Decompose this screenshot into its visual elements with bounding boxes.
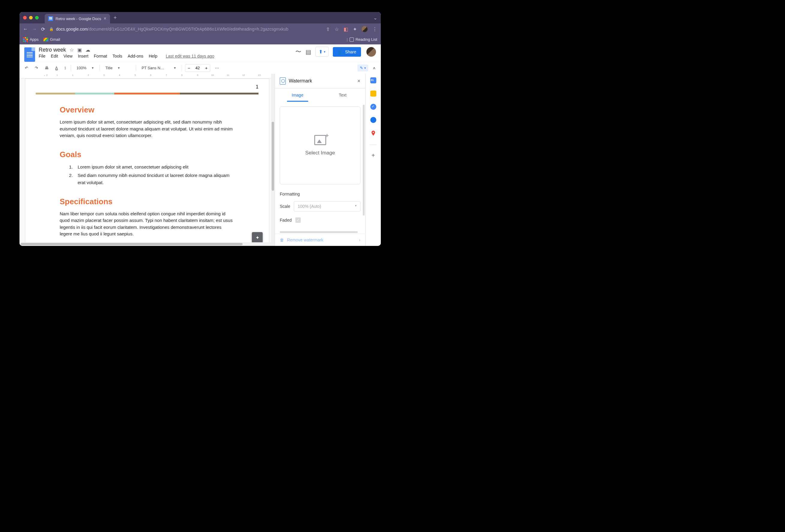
browser-menu-button[interactable]: ⋮ (373, 26, 377, 32)
paint-format-button[interactable]: ⟟ (63, 65, 68, 72)
close-tab-button[interactable]: × (103, 16, 106, 21)
ruler[interactable]: ⌄ 21 1 2 3 4 5 6 7 8 9 10 11 12 13 14 15 (20, 74, 275, 79)
tabs-dropdown-button[interactable]: ⌄ (373, 15, 377, 21)
redo-button[interactable]: ↷ (33, 65, 40, 71)
select-image-dropzone[interactable]: Select Image (280, 106, 360, 184)
edit-mode-button[interactable]: ✎ ▾ (357, 65, 368, 71)
address-bar[interactable]: 🔒 docs.google.com/document/d/1xG1zOE4X_H… (49, 27, 322, 31)
tasks-icon[interactable] (370, 104, 376, 110)
font-size-group: − + (185, 64, 210, 72)
explore-button[interactable]: ✦ (252, 232, 263, 243)
bookmark-icon[interactable]: ☆ (335, 26, 339, 32)
present-button[interactable]: ⬆ ▾ (315, 47, 329, 57)
decrease-size-button[interactable]: − (185, 65, 193, 72)
menu-format[interactable]: Format (94, 54, 107, 58)
close-panel-button[interactable]: × (357, 78, 360, 84)
activity-icon[interactable]: 〜 (295, 48, 301, 56)
calendar-icon[interactable] (370, 77, 376, 83)
browser-tab[interactable]: Retro week - Google Docs × (45, 14, 110, 23)
maximize-window-button[interactable] (35, 16, 39, 20)
font-size-input[interactable] (193, 65, 203, 72)
menu-addons[interactable]: Add-ons (128, 54, 143, 58)
increase-size-button[interactable]: + (203, 65, 210, 72)
bookmarks-bar: Apps Gmail | Reading List (20, 35, 381, 44)
keep-icon[interactable] (370, 91, 376, 97)
main-area: ⌄ 21 1 2 3 4 5 6 7 8 9 10 11 12 13 14 15 (20, 74, 381, 246)
goal-item[interactable]: Lorem ipsum dolor sit amet, consectetuer… (74, 163, 234, 171)
profile-avatar-icon[interactable] (362, 26, 368, 32)
lock-icon: 🔒 (49, 27, 54, 31)
select-image-label: Select Image (305, 150, 335, 156)
trash-icon: 🗑 (280, 237, 284, 242)
print-button[interactable]: 🖶 (43, 65, 50, 71)
gmail-label: Gmail (50, 37, 60, 42)
heading-goals[interactable]: Goals (60, 150, 234, 159)
font-select[interactable]: PT Sans N… ▼ (139, 65, 179, 71)
star-icon[interactable]: ☆ (70, 47, 74, 53)
chevron-right-icon[interactable]: › (359, 237, 360, 242)
share-button[interactable]: 👤 Share (333, 47, 361, 57)
paragraph-specs[interactable]: Nam liber tempor cum soluta nobis eleife… (60, 210, 234, 237)
extension-icon[interactable]: ◧ (344, 26, 348, 32)
panel-horizontal-scrollbar[interactable] (275, 231, 365, 234)
document-area: ⌄ 21 1 2 3 4 5 6 7 8 9 10 11 12 13 14 15 (20, 74, 275, 246)
window-controls (23, 16, 39, 20)
docs-header: Retro week ☆ ▣ ☁ File Edit View Insert F… (20, 44, 381, 62)
scale-label: Scale (280, 204, 290, 209)
horizontal-scrollbar[interactable] (20, 242, 275, 246)
menu-insert[interactable]: Insert (78, 54, 88, 58)
new-tab-button[interactable]: + (113, 15, 117, 21)
faded-checkbox[interactable]: ✓ (295, 218, 301, 223)
comments-icon[interactable]: ▤ (306, 48, 311, 55)
gmail-icon (44, 38, 48, 42)
panel-scrollbar[interactable] (362, 102, 365, 231)
chevron-down-icon: ▾ (355, 204, 356, 209)
heading-specs[interactable]: Specifications (60, 197, 234, 206)
contacts-icon[interactable] (370, 117, 376, 123)
account-avatar[interactable] (366, 47, 376, 57)
reading-list-button[interactable]: | Reading List (347, 37, 377, 42)
goal-item[interactable]: Sed diam nonummy nibh euismod tincidunt … (74, 172, 234, 186)
back-button[interactable]: ← (23, 26, 28, 32)
more-toolbar-button[interactable]: ⋯ (213, 65, 221, 71)
heading-overview[interactable]: Overview (60, 105, 234, 115)
minimize-window-button[interactable] (29, 16, 33, 20)
menu-tools[interactable]: Tools (112, 54, 122, 58)
document-page[interactable]: 1 Overview Lorem ipsum dolor sit amet, c… (25, 79, 269, 246)
scale-select[interactable]: 100% (Auto) ▾ (294, 201, 360, 211)
remove-watermark-button[interactable]: Remove watermark (287, 237, 323, 242)
style-select[interactable]: Title ▼ (103, 65, 133, 71)
move-icon[interactable]: ▣ (77, 47, 82, 53)
vertical-scrollbar[interactable] (271, 74, 275, 246)
forward-button[interactable]: → (32, 26, 37, 32)
paragraph-overview[interactable]: Lorem ipsum dolor sit amet, consectetuer… (60, 119, 234, 139)
add-addon-button[interactable]: + (372, 152, 375, 159)
document-title[interactable]: Retro week (39, 47, 66, 53)
tab-text[interactable]: Text (320, 88, 365, 102)
zoom-select[interactable]: 100% ▼ (74, 65, 97, 71)
docs-logo-icon[interactable] (24, 47, 35, 62)
menu-view[interactable]: View (64, 54, 73, 58)
panel-title: Watermark (289, 78, 312, 84)
menu-help[interactable]: Help (149, 54, 157, 58)
extensions-icon[interactable]: ✦ (353, 26, 357, 32)
reload-button[interactable]: ⟳ (41, 26, 45, 32)
browser-url-bar: ← → ⟳ 🔒 docs.google.com/document/d/1xG1z… (20, 23, 381, 35)
cloud-status-icon[interactable]: ☁ (85, 47, 90, 53)
apps-bookmark[interactable]: Apps (23, 37, 39, 42)
spellcheck-button[interactable]: A̲ (53, 65, 60, 71)
docs-favicon-icon (48, 16, 53, 21)
menu-file[interactable]: File (39, 54, 46, 58)
last-edit-link[interactable]: Last edit was 11 days ago (166, 54, 214, 58)
collapse-toolbar-button[interactable]: ʌ (371, 65, 377, 71)
close-window-button[interactable] (23, 16, 27, 20)
goals-list[interactable]: Lorem ipsum dolor sit amet, consectetuer… (60, 163, 234, 186)
maps-icon[interactable] (370, 130, 376, 137)
share-icon[interactable]: ⇧ (326, 26, 330, 32)
faded-label: Faded (280, 218, 292, 223)
undo-button[interactable]: ↶ (23, 65, 30, 71)
panel-header: Watermark × (275, 74, 365, 88)
menu-edit[interactable]: Edit (51, 54, 58, 58)
tab-image[interactable]: Image (275, 88, 320, 102)
gmail-bookmark[interactable]: Gmail (44, 37, 60, 42)
